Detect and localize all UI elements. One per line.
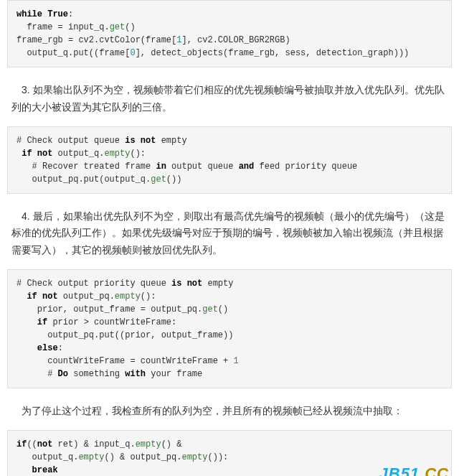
- watermark-blue: JB51: [379, 465, 420, 476]
- fn-empty: empty: [104, 149, 130, 159]
- bool-true: True: [47, 9, 68, 19]
- paragraph-stop: 为了停止这个过程，我检查所有的队列为空，并且所有的视频帧已经从视频流中抽取：: [0, 398, 459, 430]
- fn-get: get: [110, 22, 126, 32]
- kw-break: break: [32, 465, 58, 475]
- code-block-2: # Check output queue is not empty if not…: [7, 126, 452, 194]
- paragraph-4: 4. 最后，如果输出优先队列不为空，则取出有最高优先编号的视频帧（最小的优先编号…: [0, 204, 459, 269]
- code-block-1: while True: frame = input_q.get() frame_…: [7, 0, 452, 67]
- code-block-3: # Check output priority queue is not emp…: [7, 269, 452, 388]
- kw-if: if: [22, 149, 32, 159]
- kw-else: else: [37, 343, 58, 353]
- num-0: 0: [130, 48, 135, 58]
- paragraph-3: 3. 如果输出队列不为空，视频帧带着它们相应的优先视频帧编号被抽取并放入优先队列…: [0, 78, 459, 126]
- watermark-gold: .CC: [420, 465, 449, 476]
- kw-not: not: [37, 149, 53, 159]
- kw-while: while: [16, 9, 42, 19]
- watermark: JB51.CC: [379, 461, 449, 476]
